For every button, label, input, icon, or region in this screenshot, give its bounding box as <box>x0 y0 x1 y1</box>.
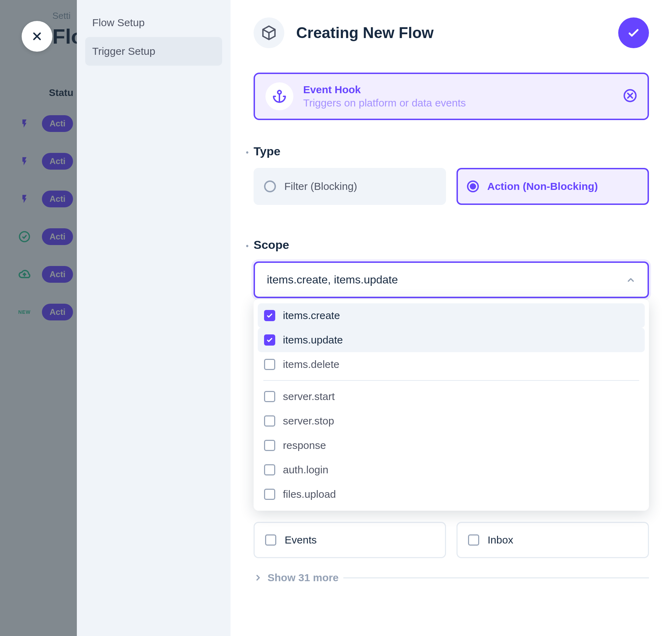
checkbox-off-icon <box>264 391 275 402</box>
checkbox-off-icon <box>264 415 275 427</box>
modal-overlay <box>0 0 77 636</box>
scope-option-label: items.delete <box>283 358 339 370</box>
radio-on-icon <box>467 180 479 192</box>
collection-option-inbox[interactable]: Inbox <box>456 522 649 558</box>
drawer-header-left: Creating New Flow <box>254 17 434 48</box>
scope-dropdown: items.create items.update items.delete s… <box>254 299 649 511</box>
sidenav-item-trigger-setup[interactable]: Trigger Setup <box>85 37 222 66</box>
checkbox-off-icon <box>468 534 479 546</box>
collection-option-events[interactable]: Events <box>254 522 446 558</box>
type-radio-group: Filter (Blocking) Action (Non-Blocking) <box>254 168 649 205</box>
show-more-label: Show 31 more <box>268 572 338 584</box>
collection-label: Inbox <box>488 534 513 546</box>
check-icon <box>627 26 641 40</box>
drawer-sidenav: Flow Setup Trigger Setup <box>77 0 231 636</box>
type-option-label: Filter (Blocking) <box>284 180 357 192</box>
scope-option-label: server.start <box>283 391 335 402</box>
sidenav-item-flow-setup[interactable]: Flow Setup <box>85 8 222 37</box>
dropdown-divider <box>263 380 639 381</box>
chevron-right-icon <box>254 573 263 582</box>
checkbox-off-icon <box>264 359 275 370</box>
scope-option-items-update[interactable]: items.update <box>258 328 645 352</box>
radio-off-icon <box>264 180 276 192</box>
checkbox-off-icon <box>264 440 275 451</box>
type-option-label: Action (Non-Blocking) <box>487 180 598 192</box>
checkbox-on-icon <box>264 310 275 321</box>
scope-option-label: items.create <box>283 310 340 321</box>
divider-line <box>343 577 649 578</box>
scope-multiselect: items.create, items.update items.create … <box>254 261 649 298</box>
scope-option-items-create[interactable]: items.create <box>258 303 645 328</box>
scope-option-label: items.update <box>283 334 343 346</box>
drawer-title: Creating New Flow <box>296 24 434 42</box>
scope-option-server-stop[interactable]: server.stop <box>258 409 645 433</box>
chevron-up-icon <box>626 275 636 285</box>
hook-title: Event Hook <box>303 84 613 96</box>
scope-option-server-start[interactable]: server.start <box>258 384 645 409</box>
scope-option-files-upload[interactable]: files.upload <box>258 482 645 506</box>
anchor-icon <box>265 82 293 110</box>
cancel-circle-icon <box>623 89 637 103</box>
scope-value: items.create, items.update <box>267 273 398 286</box>
drawer-header: Creating New Flow <box>254 17 649 48</box>
type-option-action[interactable]: Action (Non-Blocking) <box>456 168 649 205</box>
show-more-button[interactable]: Show 31 more <box>254 572 649 584</box>
scope-option-label: auth.login <box>283 464 328 476</box>
confirm-button[interactable] <box>618 17 649 48</box>
type-option-filter[interactable]: Filter (Blocking) <box>254 168 446 205</box>
checkbox-off-icon <box>265 534 276 546</box>
close-button[interactable] <box>22 21 52 52</box>
scope-option-label: response <box>283 439 326 451</box>
hook-text: Event Hook Triggers on platform or data … <box>303 84 613 109</box>
scope-option-auth-login[interactable]: auth.login <box>258 458 645 482</box>
scope-option-response[interactable]: response <box>258 433 645 458</box>
hook-subtitle: Triggers on platform or data events <box>303 97 613 109</box>
checkbox-on-icon <box>264 334 275 346</box>
collection-label: Events <box>285 534 317 546</box>
scope-option-label: files.upload <box>283 488 336 500</box>
scope-input[interactable]: items.create, items.update <box>254 261 649 298</box>
collections-row: Events Inbox <box>254 522 649 558</box>
close-icon <box>31 30 43 43</box>
scope-option-items-delete[interactable]: items.delete <box>258 352 645 377</box>
drawer-main: Creating New Flow Event Hook Triggers on… <box>231 0 672 636</box>
checkbox-off-icon <box>264 464 275 475</box>
hook-clear-button[interactable] <box>623 89 637 104</box>
event-hook-card[interactable]: Event Hook Triggers on platform or data … <box>254 73 649 120</box>
cube-icon <box>254 17 284 48</box>
scope-option-label: server.stop <box>283 415 334 427</box>
checkbox-off-icon <box>264 489 275 500</box>
type-label: Type <box>254 145 649 158</box>
scope-label: Scope <box>254 238 649 252</box>
